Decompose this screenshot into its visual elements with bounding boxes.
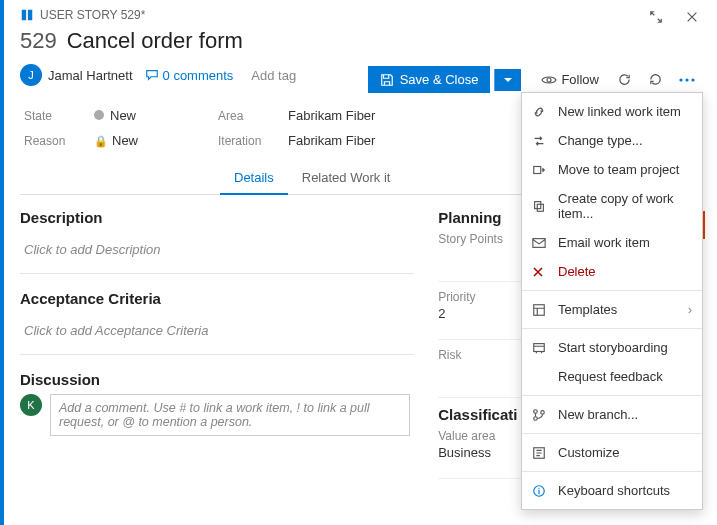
breadcrumb-label: USER STORY 529* — [40, 8, 145, 22]
follow-button[interactable]: Follow — [533, 68, 607, 91]
acceptance-input[interactable]: Click to add Acceptance Criteria — [20, 313, 414, 346]
left-accent-stripe — [0, 0, 4, 525]
more-actions-button[interactable] — [673, 74, 701, 86]
more-actions-menu: New linked work item Change type... Move… — [521, 92, 703, 510]
menu-create-copy[interactable]: Create copy of work item... — [522, 184, 702, 228]
add-tag-button[interactable]: Add tag — [245, 66, 302, 85]
svg-rect-1 — [28, 10, 32, 21]
avatar: J — [20, 64, 42, 86]
swap-icon — [532, 134, 548, 148]
fullscreen-icon[interactable] — [643, 6, 669, 28]
menu-separator — [522, 433, 702, 434]
storyboard-icon — [532, 341, 548, 355]
menu-separator — [522, 471, 702, 472]
menu-separator — [522, 328, 702, 329]
move-icon — [532, 163, 548, 177]
menu-change-type[interactable]: Change type... — [522, 126, 702, 155]
tab-details[interactable]: Details — [220, 162, 288, 195]
menu-templates[interactable]: Templates › — [522, 295, 702, 324]
menu-new-linked-work-item[interactable]: New linked work item — [522, 97, 702, 126]
menu-separator — [522, 395, 702, 396]
assignee[interactable]: J Jamal Hartnett — [20, 64, 133, 86]
eye-icon — [541, 74, 557, 86]
menu-delete[interactable]: Delete — [522, 257, 702, 286]
delete-icon — [532, 266, 548, 278]
svg-point-4 — [685, 78, 688, 81]
svg-rect-11 — [534, 343, 545, 351]
area-label: Area — [218, 109, 270, 123]
chevron-right-icon: › — [688, 302, 692, 317]
state-field[interactable]: New — [94, 108, 136, 123]
page-title: 529 Cancel order form — [20, 28, 701, 54]
svg-rect-0 — [22, 10, 26, 21]
link-plus-icon — [532, 105, 548, 119]
lock-icon: 🔒 — [94, 135, 108, 147]
email-icon — [532, 237, 548, 249]
undo-icon[interactable] — [642, 68, 669, 91]
svg-point-5 — [691, 78, 694, 81]
svg-rect-10 — [534, 304, 545, 315]
branch-icon — [532, 408, 548, 422]
save-icon — [380, 73, 394, 87]
comment-input[interactable]: Add a comment. Use # to link a work item… — [50, 394, 410, 436]
tab-related-work[interactable]: Related Work it — [288, 162, 405, 194]
state-label: State — [24, 109, 76, 123]
info-icon — [532, 484, 548, 498]
template-icon — [532, 303, 548, 317]
menu-customize[interactable]: Customize — [522, 438, 702, 467]
book-icon — [20, 8, 34, 22]
menu-keyboard-shortcuts[interactable]: Keyboard shortcuts — [522, 476, 702, 505]
reason-field[interactable]: 🔒New — [94, 133, 138, 148]
save-and-close-button[interactable]: Save & Close — [368, 66, 491, 93]
copy-icon — [532, 199, 548, 213]
current-user-avatar: K — [20, 394, 42, 416]
acceptance-heading: Acceptance Criteria — [20, 290, 414, 307]
menu-start-storyboarding[interactable]: Start storyboarding — [522, 333, 702, 362]
customize-icon — [532, 446, 548, 460]
description-heading: Description — [20, 209, 414, 226]
menu-new-branch[interactable]: New branch... — [522, 400, 702, 429]
svg-rect-6 — [534, 166, 541, 173]
svg-rect-9 — [533, 238, 545, 247]
menu-move-team-project[interactable]: Move to team project — [522, 155, 702, 184]
svg-point-3 — [679, 78, 682, 81]
svg-point-13 — [534, 416, 538, 420]
menu-separator — [522, 290, 702, 291]
menu-request-feedback[interactable]: Request feedback — [522, 362, 702, 391]
iteration-field[interactable]: Fabrikam Fiber — [288, 133, 375, 148]
close-icon[interactable] — [679, 6, 705, 28]
iteration-label: Iteration — [218, 134, 270, 148]
assignee-name: Jamal Hartnett — [48, 68, 133, 83]
area-field[interactable]: Fabrikam Fiber — [288, 108, 375, 123]
svg-point-2 — [547, 78, 551, 82]
work-item-title[interactable]: Cancel order form — [67, 28, 243, 54]
reason-label: Reason — [24, 134, 76, 148]
comments-button[interactable]: 0 comments — [145, 68, 234, 83]
svg-point-14 — [541, 410, 545, 414]
work-item-id: 529 — [20, 28, 57, 54]
description-input[interactable]: Click to add Description — [20, 232, 414, 265]
comment-icon — [145, 68, 159, 82]
save-dropdown-button[interactable] — [494, 69, 521, 91]
svg-point-12 — [534, 409, 538, 413]
breadcrumb: USER STORY 529* — [20, 8, 701, 22]
menu-email-work-item[interactable]: Email work item — [522, 228, 702, 257]
discussion-heading: Discussion — [20, 371, 414, 388]
refresh-icon[interactable] — [611, 68, 638, 91]
